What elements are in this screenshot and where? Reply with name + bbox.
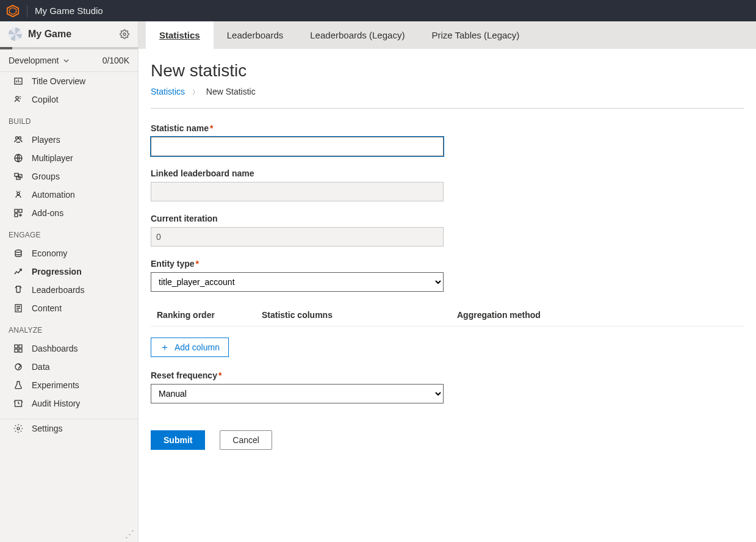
settings-icon: [13, 424, 23, 433]
col-statcols: Statistic columns: [262, 310, 457, 320]
sidebar-item-label: Leaderboards: [32, 285, 84, 295]
dashboards-icon: [13, 344, 23, 353]
sidebar-item-experiments[interactable]: Experiments: [0, 376, 138, 394]
sidebar-item-label: Groups: [32, 172, 60, 181]
svg-rect-14: [15, 214, 18, 217]
copilot-icon: [13, 95, 23, 104]
svg-rect-12: [15, 209, 18, 212]
sidebar-item-label: Automation: [32, 190, 75, 200]
progression-icon: [13, 267, 23, 276]
chevron-right-icon: 〉: [192, 89, 199, 96]
svg-point-15: [15, 250, 21, 253]
entity-type-select[interactable]: title_player_account: [151, 272, 444, 292]
game-name[interactable]: My Game: [28, 29, 120, 40]
topbar-divider: [27, 5, 27, 17]
game-icon: [9, 27, 22, 41]
sidebar-item-label: Data: [32, 362, 50, 372]
chevron-down-icon: [63, 57, 70, 64]
sidebar-item-content[interactable]: Content: [0, 299, 138, 317]
sidebar-item-progression[interactable]: Progression: [0, 262, 138, 281]
svg-rect-8: [15, 173, 18, 176]
sidebar-item-label: Progression: [32, 267, 82, 276]
sidebar-item-label: Title Overview: [32, 76, 85, 86]
sidebar-item-label: Content: [32, 303, 62, 313]
section-header: ENGAGE: [0, 222, 138, 244]
page-title: New statistic: [151, 61, 744, 81]
svg-point-21: [15, 364, 21, 370]
sidebar-item-leaderboards[interactable]: Leaderboards: [0, 281, 138, 299]
overview-icon: [13, 76, 23, 86]
sidebar-item-groups[interactable]: Groups: [0, 167, 138, 186]
sidebar-item-settings[interactable]: Settings: [0, 419, 138, 438]
tab-statistics[interactable]: Statistics: [146, 21, 214, 49]
current-iteration-label: Current iteration: [151, 214, 744, 223]
entity-type-label: Entity type*: [151, 259, 744, 269]
sidebar-item-automation[interactable]: Automation: [0, 186, 138, 204]
tabbar: StatisticsLeaderboardsLeaderboards (Lega…: [139, 21, 756, 49]
players-icon: [13, 135, 23, 145]
svg-marker-0: [7, 5, 18, 16]
breadcrumb-root[interactable]: Statistics: [151, 87, 185, 96]
leaderboards-icon: [13, 285, 23, 295]
resize-handle-icon[interactable]: ⋰: [125, 529, 134, 540]
sidebar-item-label: Copilot: [32, 95, 59, 104]
audit-icon: [13, 399, 23, 408]
tab-prize-tables-legacy-[interactable]: Prize Tables (Legacy): [418, 21, 533, 49]
section-header: ANALYZE: [0, 317, 138, 339]
environment-count: 0/100K: [103, 56, 129, 65]
sidebar-item-data[interactable]: Data: [0, 358, 138, 376]
breadcrumb: Statistics 〉 New Statistic: [151, 87, 744, 97]
sidebar-item-label: Add-ons: [32, 208, 63, 218]
sidebar: My Game Development 0/100K Title Overvie…: [0, 21, 139, 542]
statistic-name-label: Statistic name*: [151, 123, 744, 133]
environment-selector: Development 0/100K: [0, 49, 138, 72]
sidebar-item-label: Dashboards: [32, 344, 78, 353]
plus-icon: ＋: [160, 342, 170, 352]
section-header: BUILD: [0, 109, 138, 131]
svg-rect-20: [19, 349, 22, 352]
divider: [151, 108, 744, 109]
reset-frequency-select[interactable]: Manual: [151, 384, 444, 403]
logo-icon: [5, 3, 21, 19]
economy-icon: [13, 248, 23, 258]
col-ranking: Ranking order: [157, 310, 262, 320]
columns-header: Ranking order Statistic columns Aggregat…: [151, 304, 744, 327]
environment-dropdown[interactable]: Development: [9, 56, 70, 65]
sidebar-item-audit[interactable]: Audit History: [0, 394, 138, 413]
topbar: My Game Studio: [0, 0, 756, 21]
linked-leaderboard-label: Linked leaderboard name: [151, 168, 744, 178]
gear-icon[interactable]: [120, 29, 129, 39]
sidebar-item-label: Economy: [32, 248, 67, 258]
tab-leaderboards[interactable]: Leaderboards: [214, 21, 297, 49]
svg-rect-19: [15, 349, 18, 352]
sidebar-item-dashboards[interactable]: Dashboards: [0, 339, 138, 358]
submit-button[interactable]: Submit: [151, 430, 205, 450]
sidebar-item-label: Settings: [32, 424, 63, 433]
breadcrumb-current: New Statistic: [206, 87, 256, 96]
tab-leaderboards-legacy-[interactable]: Leaderboards (Legacy): [297, 21, 418, 49]
svg-point-11: [17, 192, 20, 195]
svg-rect-13: [19, 209, 22, 212]
svg-point-2: [123, 33, 126, 35]
data-icon: [13, 362, 23, 372]
sidebar-item-economy[interactable]: Economy: [0, 244, 138, 262]
sidebar-item-players[interactable]: Players: [0, 131, 138, 149]
game-header: My Game: [0, 21, 138, 47]
studio-name[interactable]: My Game Studio: [35, 5, 103, 16]
add-column-label: Add column: [175, 342, 220, 352]
sidebar-item-overview[interactable]: Title Overview: [0, 72, 138, 90]
experiments-icon: [13, 380, 23, 390]
col-aggregation: Aggregation method: [457, 310, 744, 320]
multiplayer-icon: [13, 153, 23, 163]
svg-point-4: [16, 96, 18, 99]
groups-icon: [13, 172, 23, 181]
cancel-button[interactable]: Cancel: [220, 430, 272, 450]
add-column-button[interactable]: ＋ Add column: [151, 338, 229, 357]
statistic-name-input[interactable]: [151, 137, 444, 156]
sidebar-item-addons[interactable]: Add-ons: [0, 204, 138, 222]
automation-icon: [13, 190, 23, 200]
sidebar-item-label: Players: [32, 135, 60, 145]
sidebar-item-copilot[interactable]: Copilot: [0, 90, 138, 109]
sidebar-item-label: Experiments: [32, 380, 79, 390]
sidebar-item-multiplayer[interactable]: Multiplayer: [0, 149, 138, 167]
